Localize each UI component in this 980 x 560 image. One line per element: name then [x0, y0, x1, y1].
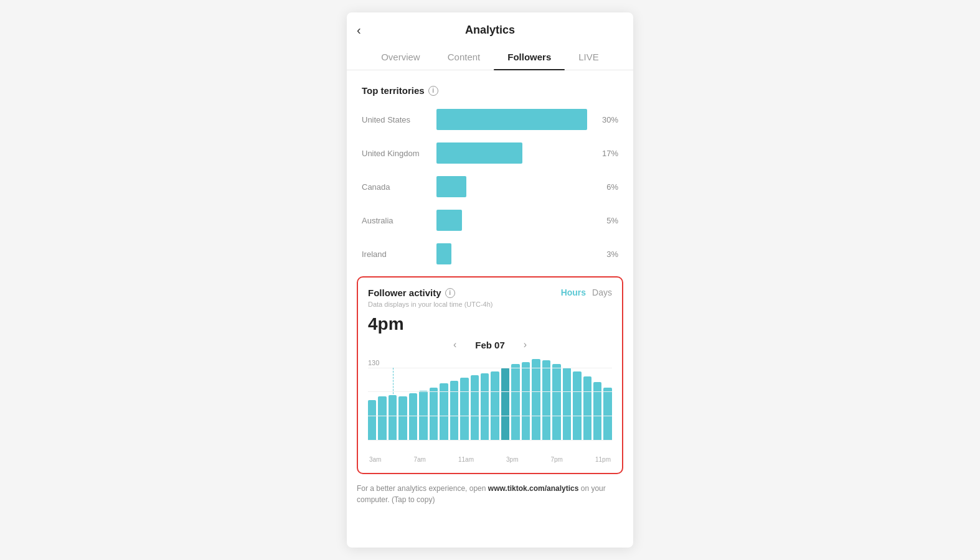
back-button[interactable]: ‹	[357, 23, 361, 37]
territory-name: Ireland	[362, 250, 436, 259]
bar-container	[436, 175, 587, 198]
toggle-days-button[interactable]: Days	[592, 287, 612, 297]
territory-pct: 6%	[592, 182, 618, 192]
activity-title: Follower activity i	[368, 287, 493, 298]
footer-link[interactable]: www.tiktok.com/analytics	[488, 484, 579, 493]
activity-title-group: Follower activity i Data displays in you…	[368, 287, 493, 308]
grid-line-mid2	[368, 416, 612, 416]
territory-bar	[436, 176, 466, 197]
toggle-hours-button[interactable]: Hours	[561, 287, 586, 297]
tab-content[interactable]: Content	[434, 45, 494, 70]
x-label-11am: 11am	[458, 456, 474, 463]
territory-name: United Kingdom	[362, 149, 436, 158]
footer-note: For a better analytics experience, open …	[347, 474, 633, 518]
territories-title: Top territories i	[362, 85, 618, 96]
x-label-7am: 7am	[413, 456, 425, 463]
territory-pct: 17%	[592, 149, 618, 158]
x-label-11pm: 11pm	[595, 456, 611, 463]
territory-pct: 5%	[592, 216, 618, 225]
grid-line-top	[368, 368, 612, 368]
bar-container	[436, 209, 587, 231]
territory-row: Ireland 3%	[362, 243, 618, 265]
territory-row: Canada 6%	[362, 175, 618, 198]
chart-y-label: 130	[368, 359, 379, 366]
territory-bar	[436, 210, 462, 231]
chart-x-labels: 3am 7am 11am 3pm 7pm 11pm	[368, 456, 612, 463]
tab-live[interactable]: LIVE	[565, 45, 613, 70]
chart-dashed-line	[393, 368, 393, 440]
territory-row: United Kingdom 17%	[362, 142, 618, 164]
x-label-7pm: 7pm	[551, 456, 563, 463]
date-label: Feb 07	[475, 340, 505, 350]
grid-line-mid1	[368, 391, 612, 392]
activity-chart: 130	[368, 359, 612, 452]
bar-container	[436, 142, 587, 164]
next-date-button[interactable]: ›	[524, 339, 527, 350]
territory-row: Australia 5%	[362, 209, 618, 231]
grid-line-bottom	[368, 440, 612, 441]
page-title: Analytics	[465, 24, 515, 37]
territory-name: Australia	[362, 216, 436, 225]
x-label-3am: 3am	[369, 456, 381, 463]
x-label-3pm: 3pm	[506, 456, 518, 463]
tab-bar: Overview Content Followers LIVE	[347, 45, 633, 70]
activity-info-icon[interactable]: i	[445, 288, 455, 298]
bar-container	[436, 243, 587, 265]
territory-bar	[436, 109, 587, 130]
selected-time-display: 4pm	[368, 314, 612, 334]
territory-pct: 3%	[592, 250, 618, 259]
follower-activity-card: Follower activity i Data displays in you…	[357, 276, 623, 474]
bar-container	[436, 108, 587, 131]
territory-bar	[436, 243, 451, 264]
activity-card-header: Follower activity i Data displays in you…	[368, 287, 612, 308]
territories-section: Top territories i United States 30% Unit…	[347, 70, 633, 265]
territory-pct: 30%	[592, 115, 618, 124]
territory-row: United States 30%	[362, 108, 618, 131]
header: ‹ Analytics	[347, 12, 633, 37]
chart-grid	[368, 368, 612, 440]
prev-date-button[interactable]: ‹	[453, 339, 456, 350]
app-container: ‹ Analytics Overview Content Followers L…	[347, 12, 633, 548]
tab-followers[interactable]: Followers	[494, 45, 565, 70]
territory-name: United States	[362, 115, 436, 124]
territory-bar	[436, 142, 522, 164]
activity-toggle-group: Hours Days	[561, 287, 612, 297]
tab-overview[interactable]: Overview	[367, 45, 434, 70]
activity-subtitle: Data displays in your local time (UTC-4h…	[368, 301, 493, 308]
date-navigation: ‹ Feb 07 ›	[368, 339, 612, 350]
territory-name: Canada	[362, 182, 436, 192]
info-icon[interactable]: i	[428, 86, 438, 96]
